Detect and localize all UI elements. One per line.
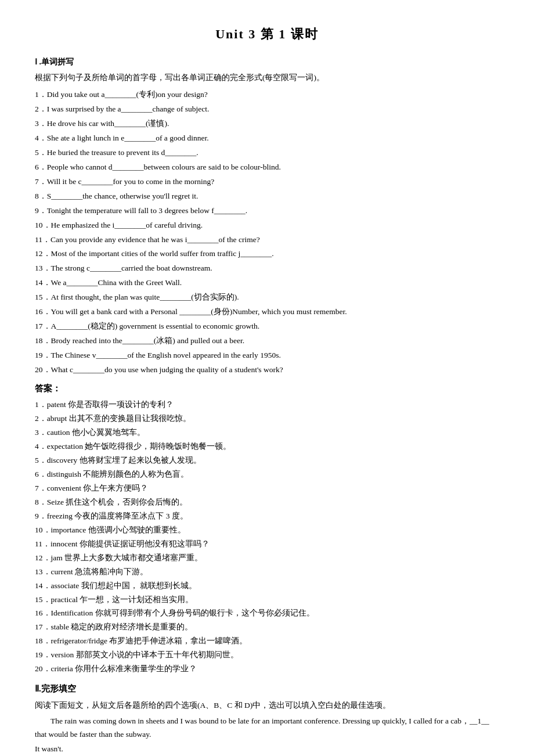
question-item: 11．Can you provide any evidence that he … <box>35 233 499 247</box>
question-item: 15．At first thought, the plan was quite_… <box>35 291 499 304</box>
section2-intro: 阅读下面短文，从短文后各题所给的四个选项(A、B、C 和 D)中，选出可以填入空… <box>35 699 499 712</box>
question-list: 1．Did you take out a________(专利)on your … <box>35 88 499 377</box>
answer-item: 3．caution 他小心翼翼地驾车。 <box>35 426 499 440</box>
question-item: 8．S________the chance, otherwise you'll … <box>35 190 499 203</box>
answer-item: 8．Seize 抓住这个机会，否则你会后悔的。 <box>35 496 499 509</box>
answer-item: 9．freezing 今夜的温度将降至冰点下 3 度。 <box>35 510 499 523</box>
section2-header: Ⅱ.完形填空 <box>35 682 499 697</box>
answer-item: 15．practical 乍一想，这一计划还相当实用。 <box>35 593 499 607</box>
question-item: 20．What c________do you use when judging… <box>35 363 499 377</box>
answer-item: 14．associate 我们想起中国， 就联想到长城。 <box>35 579 499 593</box>
question-item: 14．We a________China with the Greet Wall… <box>35 276 499 290</box>
question-item: 17．A________(稳定的) government is essentia… <box>35 320 499 333</box>
answer-item: 20．criteria 你用什么标准来衡量学生的学业？ <box>35 663 499 676</box>
question-item: 3．He drove his car with________(谨慎). <box>35 117 499 131</box>
answer-item: 16．Identification 你就可得到带有个人身份号码的银行卡，这个号你… <box>35 607 499 620</box>
passage-paragraph: It wasn't. <box>35 743 499 756</box>
section1: Ⅰ .单词拼写 根据下列句子及所给单词的首字母，写出各单词正确的完全形式(每空限… <box>35 55 499 676</box>
answer-item: 6．distinguish 不能辨别颜色的人称为色盲。 <box>35 468 499 481</box>
section1-header: Ⅰ .单词拼写 <box>35 55 499 69</box>
page-title: Unit 3 第 1 课时 <box>35 23 499 45</box>
answer-item: 7．convenient 你上午来方便吗？ <box>35 482 499 495</box>
answer-item: 1．patent 你是否取得一项设计的专利？ <box>35 398 499 412</box>
section1-intro: 根据下列句子及所给单词的首字母，写出各单词正确的完全形式(每空限写一词)。 <box>35 71 499 85</box>
passage-paragraph: The rain was coming down in sheets and I… <box>35 715 499 741</box>
question-item: 13．The strong c________carried the boat … <box>35 262 499 275</box>
question-item: 1．Did you take out a________(专利)on your … <box>35 88 499 102</box>
section2: Ⅱ.完形填空 阅读下面短文，从短文后各题所给的四个选项(A、B、C 和 D)中，… <box>35 682 499 756</box>
question-item: 7．Will it be c________for you to come in… <box>35 175 499 189</box>
passage: The rain was coming down in sheets and I… <box>35 715 499 756</box>
question-item: 6．People who cannot d________between col… <box>35 161 499 174</box>
answer-item: 19．version 那部英文小说的中译本于五十年代初期问世。 <box>35 649 499 662</box>
answer-item: 18．refrigerator/fridge 布罗迪把手伸进冰箱，拿出一罐啤酒。 <box>35 635 499 648</box>
question-item: 2．I was surprised by the a________change… <box>35 103 499 116</box>
answer-item: 5．discovery 他将财宝埋了起来以免被人发现。 <box>35 454 499 467</box>
answer-item: 13．current 急流将船冲向下游。 <box>35 566 499 579</box>
question-item: 10．He emphasized the i________of careful… <box>35 219 499 232</box>
question-item: 5．He buried the treasure to prevent its … <box>35 146 499 160</box>
answer-item: 12．jam 世界上大多数大城市都交通堵塞严重。 <box>35 552 499 565</box>
answer-item: 11．innocent 你能提供证据证明他没有犯这罪吗？ <box>35 538 499 551</box>
question-item: 12．Most of the important cities of the w… <box>35 247 499 261</box>
answer-item: 17．stable 稳定的政府对经济增长是重要的。 <box>35 621 499 634</box>
answer-item: 4．expectation 她午饭吃得很少，期待晚饭时饱餐一顿。 <box>35 440 499 453</box>
question-item: 4．She ate a light lunch in e________of a… <box>35 132 499 145</box>
answer-header: 答案： <box>35 381 499 397</box>
answer-item: 2．abrupt 出其不意的变换题目让我很吃惊。 <box>35 412 499 426</box>
question-item: 18．Brody reached into the________(冰箱) an… <box>35 334 499 348</box>
question-item: 9．Tonight the temperature will fall to 3… <box>35 204 499 218</box>
answer-list: 1．patent 你是否取得一项设计的专利？2．abrupt 出其不意的变换题目… <box>35 398 499 676</box>
answer-item: 10．importance 他强调小心驾驶的重要性。 <box>35 524 499 537</box>
question-item: 19．The Chinese v________of the English n… <box>35 349 499 362</box>
question-item: 16．You will get a bank card with a Perso… <box>35 305 499 319</box>
